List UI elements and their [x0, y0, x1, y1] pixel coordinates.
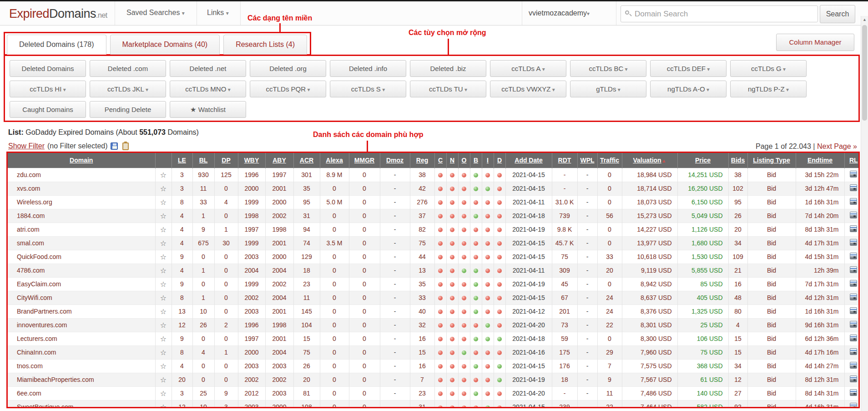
- col-mmgr[interactable]: MMGR: [349, 153, 380, 168]
- col-domain[interactable]: Domain: [8, 153, 155, 168]
- watchlist-star-icon[interactable]: ☆: [155, 332, 172, 345]
- cell-endtime[interactable]: 1d 16h 31m: [796, 195, 844, 209]
- filter-button-cctlds-bc[interactable]: ccTLDs BC ▾: [570, 60, 646, 77]
- cell-valuation[interactable]: 7,486 USD: [622, 386, 677, 400]
- site-logo[interactable]: ExpiredDomains.net: [9, 7, 107, 21]
- watchlist-star-icon[interactable]: ☆: [155, 250, 172, 264]
- filter-button-cctlds-mno[interactable]: ccTLDs MNO ▾: [170, 81, 246, 97]
- related-links-icon[interactable]: [850, 321, 857, 328]
- watchlist-star-icon[interactable]: ☆: [155, 182, 172, 195]
- cell-endtime[interactable]: 9d 16h 31m: [796, 318, 844, 332]
- col-bl[interactable]: BL: [192, 153, 214, 168]
- filter-button-deleted-net[interactable]: Deleted .net: [170, 60, 246, 77]
- related-links-icon[interactable]: [850, 362, 857, 369]
- cell-price[interactable]: 85 USD: [677, 277, 728, 291]
- col-dmoz[interactable]: Dmoz: [380, 153, 410, 168]
- cell-valuation[interactable]: 10,618 USD: [622, 250, 677, 264]
- cell-price[interactable]: 1,530 USD: [677, 250, 728, 264]
- cell-valuation[interactable]: 8,300 USD: [622, 332, 677, 345]
- cell-price[interactable]: 106 USD: [677, 332, 728, 345]
- save-filter-icon[interactable]: [111, 142, 118, 150]
- col-dp[interactable]: DP: [214, 153, 238, 168]
- col-aby[interactable]: ABY: [265, 153, 293, 168]
- cell-endtime[interactable]: 7d 14h 20m: [796, 209, 844, 223]
- col-rl[interactable]: RL: [844, 153, 860, 168]
- cell-valuation[interactable]: 15,273 USD: [622, 209, 677, 223]
- col-listing-type[interactable]: Listing Type: [747, 153, 796, 168]
- domain-link[interactable]: CityWifi.com: [8, 291, 155, 304]
- col-endtime[interactable]: Endtime: [796, 153, 844, 168]
- watchlist-star-icon[interactable]: ☆: [155, 264, 172, 277]
- watchlist-star-icon[interactable]: ☆: [155, 168, 172, 182]
- filter-button-cctlds-pqr[interactable]: ccTLDs PQR ▾: [250, 81, 326, 97]
- cell-valuation[interactable]: 18,984 USD: [622, 168, 677, 182]
- cell-endtime[interactable]: 4d 14h 27m: [796, 359, 844, 373]
- domain-link[interactable]: EasyClaim.com: [8, 277, 155, 291]
- domain-link[interactable]: QuickFood.com: [8, 250, 155, 264]
- watchlist-star-icon[interactable]: ☆: [155, 400, 172, 408]
- related-links-icon[interactable]: [850, 348, 857, 355]
- cell-valuation[interactable]: 13,977 USD: [622, 236, 677, 250]
- tab-marketplace-domains[interactable]: Marketplace Domains (40): [110, 35, 220, 55]
- cell-endtime[interactable]: 3d 12h 47m: [796, 182, 844, 195]
- col-wby[interactable]: WBY: [238, 153, 265, 168]
- cell-price[interactable]: 61 USD: [677, 373, 728, 386]
- filter-button-deleted-domains[interactable]: Deleted Domains: [10, 60, 86, 77]
- col-bids[interactable]: Bids: [728, 153, 747, 168]
- watchlist-star-icon[interactable]: ☆: [155, 373, 172, 386]
- domain-link[interactable]: zdu.com: [8, 168, 155, 182]
- related-links-icon[interactable]: [850, 307, 857, 314]
- cell-valuation[interactable]: 8,301 USD: [622, 318, 677, 332]
- related-links-icon[interactable]: [850, 212, 857, 218]
- watchlist-star-icon[interactable]: ☆: [155, 386, 172, 400]
- watchlist-star-icon[interactable]: ☆: [155, 195, 172, 209]
- cell-valuation[interactable]: 18,073 USD: [622, 195, 677, 209]
- cell-price[interactable]: 5,855 USD: [677, 264, 728, 277]
- cell-price[interactable]: 25 USD: [677, 318, 728, 332]
- filter-button-watchlist[interactable]: ★ Watchlist: [170, 101, 246, 118]
- cell-price[interactable]: 405 USD: [677, 291, 728, 304]
- scrollbar-thumb[interactable]: [862, 25, 867, 121]
- column-manager-button[interactable]: Column Manager: [776, 34, 854, 51]
- related-links-icon[interactable]: [850, 171, 857, 178]
- filter-button-pending-delete[interactable]: Pending Delete: [90, 101, 166, 118]
- nav-links[interactable]: Links ▾: [207, 9, 229, 17]
- cell-valuation[interactable]: 14,227 USD: [622, 223, 677, 236]
- watchlist-star-icon[interactable]: ☆: [155, 236, 172, 250]
- cell-endtime[interactable]: 4d 17h 31m: [796, 236, 844, 250]
- domain-link[interactable]: 6ee.com: [8, 386, 155, 400]
- cell-endtime[interactable]: 1d 16h 31m: [796, 304, 844, 318]
- filter-button-cctlds-g[interactable]: ccTLDs G ▾: [730, 60, 807, 77]
- related-links-icon[interactable]: [850, 335, 857, 341]
- cell-price[interactable]: 5,049 USD: [677, 209, 728, 223]
- watchlist-star-icon[interactable]: ☆: [155, 209, 172, 223]
- col-valuation[interactable]: Valuation ▲: [622, 153, 677, 168]
- related-links-icon[interactable]: [850, 198, 857, 205]
- related-links-icon[interactable]: [850, 253, 857, 259]
- related-links-icon[interactable]: [850, 280, 857, 287]
- col-add-date[interactable]: Add Date: [505, 153, 552, 168]
- cell-valuation[interactable]: 8,637 USD: [622, 291, 677, 304]
- filter-button-caught-domains[interactable]: Caught Domains: [10, 101, 86, 118]
- related-links-icon[interactable]: [850, 225, 857, 232]
- cell-endtime[interactable]: 7d 17h 31m: [796, 277, 844, 291]
- related-links-icon[interactable]: [850, 403, 857, 408]
- filter-button-cctlds-hi[interactable]: ccTLDs HI ▾: [10, 81, 86, 97]
- col-alexa[interactable]: Alexa: [320, 153, 349, 168]
- cell-endtime[interactable]: 6d 12h 36m: [796, 332, 844, 345]
- scrollbar-up-arrow-icon[interactable]: ▲: [861, 16, 868, 24]
- filter-button-cctlds-vwxyz[interactable]: ccTLDs VWXYZ ▾: [490, 81, 566, 97]
- cell-endtime[interactable]: 12h 39m: [796, 264, 844, 277]
- col-b[interactable]: B: [470, 153, 482, 168]
- cell-price[interactable]: 16,250 USD: [677, 182, 728, 195]
- col-price[interactable]: Price: [677, 153, 728, 168]
- filter-button-ngtlds-a-o[interactable]: ngTLDs A-O ▾: [650, 81, 727, 97]
- col-d[interactable]: D: [494, 153, 505, 168]
- col-wpl[interactable]: WPL: [577, 153, 597, 168]
- related-links-icon[interactable]: [850, 239, 857, 246]
- domain-link[interactable]: tnos.com: [8, 359, 155, 373]
- cell-valuation[interactable]: 7,960 USD: [622, 345, 677, 359]
- cell-price[interactable]: 140 USD: [677, 386, 728, 400]
- cell-endtime[interactable]: 4d 12h 31m: [796, 291, 844, 304]
- cell-price[interactable]: 14,251 USD: [677, 168, 728, 182]
